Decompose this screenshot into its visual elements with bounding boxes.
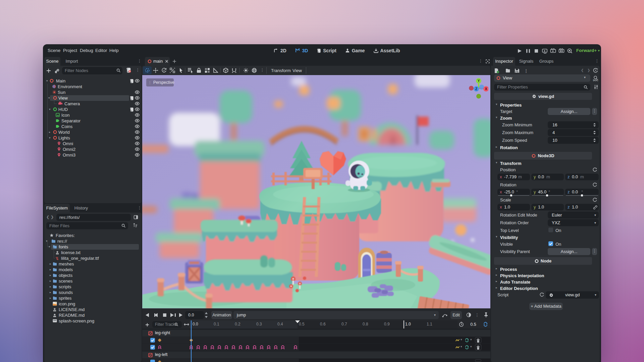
svg-text:Z: Z	[475, 87, 477, 91]
svg-text:⋮: ⋮	[524, 68, 528, 73]
svg-text:X: X	[485, 87, 487, 91]
svg-text:r: r	[57, 257, 59, 260]
svg-text:DOC: DOC	[593, 79, 598, 81]
svg-text:Y: Y	[478, 79, 480, 83]
